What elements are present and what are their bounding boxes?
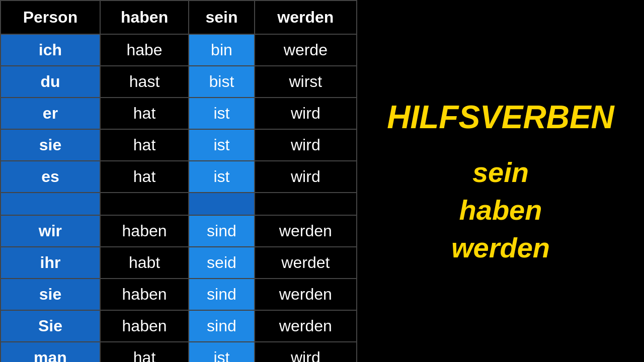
cell-werden: wird xyxy=(255,161,357,193)
main-container: Person haben sein werden ichhabebinwerde… xyxy=(0,0,644,362)
cell-person: du xyxy=(1,66,100,98)
cell-sein: sind xyxy=(189,215,254,247)
cell-haben: hat xyxy=(100,342,189,362)
cell-sein: ist xyxy=(189,161,254,193)
table-row: manhatistwird xyxy=(1,342,357,362)
cell-person: sie xyxy=(1,129,100,161)
table-row: duhastbistwirst xyxy=(1,66,357,98)
right-section: HILFSVERBEN sein haben werden xyxy=(357,0,644,362)
cell-werden: werde xyxy=(255,34,357,66)
cell-werden: wird xyxy=(255,129,357,161)
cell-person: man xyxy=(1,342,100,362)
cell-sein: bist xyxy=(189,66,254,98)
table-row: Siehabensindwerden xyxy=(1,310,357,342)
cell-haben: hat xyxy=(100,98,189,129)
cell-haben: hat xyxy=(100,161,189,193)
cell-haben: habe xyxy=(100,34,189,66)
cell-sein: seid xyxy=(189,247,254,279)
col-header-sein: sein xyxy=(189,1,254,34)
conjugation-table: Person haben sein werden ichhabebinwerde… xyxy=(0,0,357,362)
word-list: sein haben werden xyxy=(451,156,550,264)
cell-sein: ist xyxy=(189,98,254,129)
table-section: Person haben sein werden ichhabebinwerde… xyxy=(0,0,357,362)
word-haben: haben xyxy=(459,194,542,226)
cell-person: ich xyxy=(1,34,100,66)
table-row: ichhabebinwerde xyxy=(1,34,357,66)
word-sein: sein xyxy=(472,156,529,189)
cell-werden: werdet xyxy=(255,247,357,279)
col-header-haben: haben xyxy=(100,1,189,34)
cell-person: wir xyxy=(1,215,100,247)
cell-haben: haben xyxy=(100,215,189,247)
col-header-werden: werden xyxy=(255,1,357,34)
cell-person: er xyxy=(1,98,100,129)
cell-person: es xyxy=(1,161,100,193)
word-werden: werden xyxy=(451,231,550,264)
cell-werden: wirst xyxy=(255,66,357,98)
cell-sein: sind xyxy=(189,279,254,310)
table-row: erhatistwird xyxy=(1,98,357,129)
table-row: siehatistwird xyxy=(1,129,357,161)
table-row: wirhabensindwerden xyxy=(1,215,357,247)
table-row: ihrhabtseidwerdet xyxy=(1,247,357,279)
cell-sein: sind xyxy=(189,310,254,342)
cell-werden: wird xyxy=(255,98,357,129)
cell-haben: haben xyxy=(100,279,189,310)
cell-werden: wird xyxy=(255,342,357,362)
cell-person: sie xyxy=(1,279,100,310)
table-row: eshatistwird xyxy=(1,161,357,193)
table-row: siehabensindwerden xyxy=(1,279,357,310)
cell-haben: habt xyxy=(100,247,189,279)
cell-sein: bin xyxy=(189,34,254,66)
cell-haben: hast xyxy=(100,66,189,98)
cell-werden: werden xyxy=(255,279,357,310)
cell-haben: haben xyxy=(100,310,189,342)
col-header-person: Person xyxy=(1,1,100,34)
cell-person: ihr xyxy=(1,247,100,279)
page-title: HILFSVERBEN xyxy=(387,99,614,136)
table-row xyxy=(1,193,357,215)
cell-sein: ist xyxy=(189,129,254,161)
cell-werden: werden xyxy=(255,310,357,342)
cell-person: Sie xyxy=(1,310,100,342)
cell-sein: ist xyxy=(189,342,254,362)
cell-haben: hat xyxy=(100,129,189,161)
cell-werden: werden xyxy=(255,215,357,247)
